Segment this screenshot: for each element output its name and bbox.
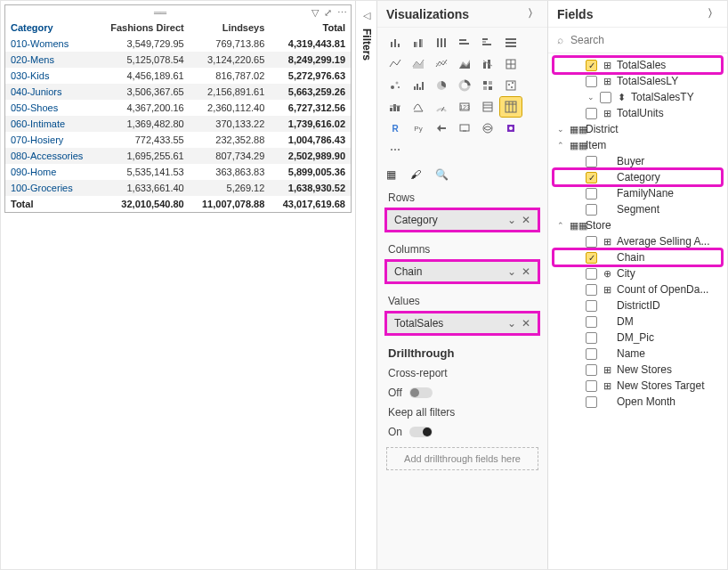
chevron-down-icon[interactable]: ⌄ <box>507 265 516 278</box>
viz-type-tile[interactable] <box>408 76 429 95</box>
fields-field-node[interactable]: DM_Pic <box>554 330 722 346</box>
viz-type-tile[interactable] <box>500 54 522 74</box>
remove-icon[interactable]: ✕ <box>522 317 530 330</box>
fields-field-node[interactable]: TotalSalesLY <box>554 73 722 89</box>
field-checkbox[interactable] <box>586 300 597 312</box>
cross-report-toggle[interactable] <box>409 387 433 398</box>
field-checkbox[interactable]: ✓ <box>586 252 597 264</box>
expander-icon[interactable]: ⌄ <box>555 125 566 134</box>
filters-pane-collapsed[interactable]: ◁ Filters <box>355 1 376 569</box>
table-row[interactable]: 080-Accessories1,695,255.61807,734.292,5… <box>5 148 351 164</box>
viz-type-tile[interactable] <box>408 54 429 74</box>
fields-field-node[interactable]: FamilyNane <box>554 185 722 201</box>
fields-field-node[interactable]: ⌄TotalSalesTY <box>554 89 722 105</box>
viz-type-tile[interactable] <box>384 33 406 53</box>
drag-grip-icon[interactable]: ══ <box>9 8 311 18</box>
fields-field-node[interactable]: New Stores <box>554 362 722 378</box>
chevron-right-icon[interactable]: 〉 <box>708 6 718 21</box>
analytics-tab-icon[interactable]: 🔍 <box>435 168 449 181</box>
viz-type-tile[interactable] <box>477 76 498 95</box>
viz-type-tile[interactable]: 123 <box>454 97 475 117</box>
viz-pane-header[interactable]: Visualizations 〉 <box>377 1 547 28</box>
expander-icon[interactable]: ⌃ <box>555 141 566 150</box>
field-checkbox[interactable] <box>586 268 597 280</box>
keep-filters-toggle[interactable] <box>409 427 433 437</box>
fields-field-node[interactable]: ✓Chain <box>554 249 722 265</box>
remove-icon[interactable]: ✕ <box>522 265 530 278</box>
fields-field-node[interactable]: Segment <box>554 201 722 217</box>
field-checkbox[interactable] <box>586 76 597 87</box>
viz-type-tile[interactable] <box>500 97 522 117</box>
viz-type-tile[interactable] <box>477 118 498 138</box>
table-row[interactable]: 070-Hosiery772,433.55232,352.881,004,786… <box>5 132 351 148</box>
fields-field-node[interactable]: Buyer <box>554 153 722 169</box>
field-checkbox[interactable] <box>586 380 597 392</box>
search-input[interactable] <box>569 33 718 47</box>
fields-tab-icon[interactable]: ▦ <box>386 168 396 181</box>
format-tab-icon[interactable]: 🖌 <box>410 168 421 181</box>
fields-field-node[interactable]: New Stores Target <box>554 378 722 394</box>
table-row[interactable]: 030-Kids4,456,189.61816,787.025,272,976.… <box>5 68 351 84</box>
matrix-header-cell[interactable]: Category <box>5 20 97 36</box>
field-checkbox[interactable] <box>586 188 597 200</box>
fields-field-node[interactable]: ✓Category <box>554 169 722 185</box>
viz-type-tile[interactable] <box>477 97 498 117</box>
table-row[interactable]: 020-Mens5,125,078.543,124,220.658,249,29… <box>5 52 351 68</box>
field-checkbox[interactable] <box>586 284 597 296</box>
viz-type-tile[interactable] <box>431 76 452 95</box>
fields-table-node[interactable]: ⌃▦Item <box>554 137 722 153</box>
viz-type-tile[interactable] <box>431 33 452 53</box>
viz-type-tile[interactable] <box>477 54 498 74</box>
filter-icon[interactable]: ▽ <box>311 7 319 19</box>
fields-table-node[interactable]: ⌃▦Store <box>554 217 722 233</box>
viz-type-tile[interactable]: R <box>384 118 406 138</box>
field-checkbox[interactable] <box>586 348 597 360</box>
viz-type-tile[interactable] <box>454 33 475 53</box>
expand-left-icon[interactable]: ◁ <box>363 10 370 21</box>
matrix-header-cell[interactable]: Total <box>270 20 351 36</box>
viz-type-tile[interactable] <box>384 140 406 159</box>
fields-field-node[interactable]: Average Selling A... <box>554 233 722 249</box>
fields-field-node[interactable]: TotalUnits <box>554 105 722 121</box>
chevron-down-icon[interactable]: ⌄ <box>507 214 516 226</box>
viz-type-tile[interactable] <box>408 97 429 117</box>
viz-type-tile[interactable] <box>500 118 522 138</box>
report-canvas[interactable]: ══ ▽ ⤢ ⋯ CategoryFashions DirectLindseys… <box>1 1 355 569</box>
table-row[interactable]: 100-Groceries1,633,661.405,269.121,638,9… <box>5 180 351 196</box>
viz-type-tile[interactable] <box>454 76 475 95</box>
viz-type-tile[interactable]: Py <box>408 118 429 138</box>
add-drillthrough-well[interactable]: Add drillthrough fields here <box>386 447 538 470</box>
table-row[interactable]: 090-Home5,535,141.53363,863.835,899,005.… <box>5 164 351 180</box>
table-row[interactable]: 050-Shoes4,367,200.162,360,112.406,727,3… <box>5 100 351 116</box>
viz-type-tile[interactable] <box>500 33 522 53</box>
remove-icon[interactable]: ✕ <box>522 214 530 226</box>
field-checkbox[interactable] <box>586 236 597 248</box>
rows-well[interactable]: Category ⌄✕ <box>386 209 538 231</box>
table-row[interactable]: 060-Intimate1,369,482.80370,133.221,739,… <box>5 116 351 132</box>
columns-well[interactable]: Chain ⌄✕ <box>386 261 538 282</box>
expander-icon[interactable]: ⌃ <box>555 221 566 230</box>
table-row[interactable]: 040-Juniors3,506,367.652,156,891.615,663… <box>5 84 351 100</box>
viz-type-tile[interactable] <box>384 54 406 74</box>
more-options-icon[interactable]: ⋯ <box>337 7 347 19</box>
field-checkbox[interactable]: ✓ <box>586 60 597 71</box>
field-checkbox[interactable] <box>586 156 597 167</box>
field-checkbox[interactable] <box>586 332 597 344</box>
viz-type-tile[interactable] <box>384 97 406 117</box>
matrix-header-cell[interactable]: Fashions Direct <box>97 20 190 36</box>
table-row[interactable]: 010-Womens3,549,729.95769,713.864,319,44… <box>5 36 351 52</box>
fields-search[interactable]: ⌕ <box>548 28 727 53</box>
viz-type-tile[interactable] <box>454 118 475 138</box>
fields-field-node[interactable]: Name <box>554 346 722 362</box>
field-checkbox[interactable] <box>586 108 597 119</box>
chevron-right-icon[interactable]: 〉 <box>528 6 538 21</box>
values-well[interactable]: TotalSales ⌄✕ <box>386 313 538 334</box>
field-checkbox[interactable] <box>600 92 611 103</box>
expander-icon[interactable]: ⌄ <box>586 93 596 102</box>
field-checkbox[interactable] <box>586 364 597 376</box>
viz-type-tile[interactable] <box>454 54 475 74</box>
viz-type-tile[interactable] <box>431 118 452 138</box>
fields-pane-header[interactable]: Fields 〉 <box>548 1 727 28</box>
fields-field-node[interactable]: Count of OpenDa... <box>554 281 722 297</box>
focus-mode-icon[interactable]: ⤢ <box>324 7 332 19</box>
